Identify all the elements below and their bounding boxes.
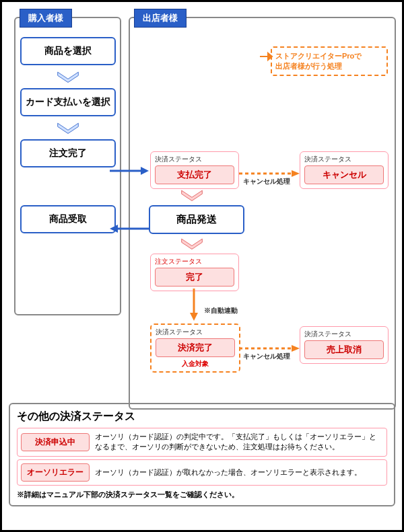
dashed-arrow-icon xyxy=(239,345,300,352)
chevron-down-icon xyxy=(180,189,203,201)
status-title: 決済ステータス xyxy=(304,330,384,339)
status-label: 売上取消 xyxy=(304,340,384,359)
status-order-done: 注文ステータス 完了 xyxy=(150,254,239,291)
status-title: 決済ステータス xyxy=(304,155,384,164)
diagram-page: 購入者様 商品を選択 カード支払いを選択 注文完了 商品受取 出店者様 ストアク… xyxy=(0,0,404,532)
footer-row: 決済申込中 オーソリ（カード認証）の判定中です。「支払完了」もしくは「オーソリエ… xyxy=(17,428,387,457)
seller-header: 出店者様 xyxy=(134,9,187,28)
auto-link-label: ※自動連動 xyxy=(204,306,238,315)
arrow-right-icon xyxy=(110,166,149,176)
chevron-down-icon xyxy=(180,237,203,250)
step-order-complete: 注文完了 xyxy=(20,139,116,167)
step-ship-product: 商品発送 xyxy=(149,205,244,234)
footer-title: その他の決済ステータス xyxy=(17,410,387,424)
seller-column: 出店者様 ストアクリエイターProで 出店者様が行う処理 決済ステータス 支払完… xyxy=(129,17,396,410)
status-tag: 決済申込中 xyxy=(21,433,90,451)
status-label: キャンセル xyxy=(304,165,384,184)
status-label: 決済完了 xyxy=(156,338,235,357)
arrow-right-icon xyxy=(260,52,272,61)
status-cancel: 決済ステータス キャンセル xyxy=(300,151,389,189)
chevron-down-icon xyxy=(57,71,79,83)
cancel-process-label: キャンセル処理 xyxy=(243,352,290,361)
status-sale-cancel: 決済ステータス 売上取消 xyxy=(300,326,389,364)
status-desc: オーソリ（カード認証）が取れなかった場合、オーソリエラーと表示されます。 xyxy=(95,467,362,478)
footer-note: ※詳細はマニュアル下部の決済ステータス一覧をご確認ください。 xyxy=(17,490,387,500)
buyer-header: 購入者様 xyxy=(20,9,72,28)
step-select-product: 商品を選択 xyxy=(20,37,116,65)
status-label: 支払完了 xyxy=(155,165,234,184)
footer-box: その他の決済ステータス 決済申込中 オーソリ（カード認証）の判定中です。「支払完… xyxy=(9,403,395,506)
status-desc: オーソリ（カード認証）の判定中です。「支払完了」もしくは「オーソリエラー」となる… xyxy=(95,432,383,453)
status-title: 決済ステータス xyxy=(155,155,234,164)
footer-row: オーソリエラー オーソリ（カード認証）が取れなかった場合、オーソリエラーと表示さ… xyxy=(17,459,387,486)
status-tag: オーソリエラー xyxy=(21,463,90,482)
status-payment-done: 決済ステータス 支払完了 xyxy=(150,151,239,189)
flow-area: 購入者様 商品を選択 カード支払いを選択 注文完了 商品受取 出店者様 ストアク… xyxy=(9,9,395,399)
legend-box: ストアクリエイターProで 出店者様が行う処理 xyxy=(271,46,388,76)
arrow-down-icon xyxy=(189,289,199,321)
status-label: 完了 xyxy=(155,268,234,287)
buyer-column: 購入者様 商品を選択 カード支払いを選択 注文完了 商品受取 xyxy=(14,17,121,315)
status-title: 注文ステータス xyxy=(155,257,234,266)
arrow-left-icon xyxy=(110,224,149,233)
step-receive-product: 商品受取 xyxy=(20,205,116,233)
status-settle-done: 決済ステータス 決済完了 入金対象 xyxy=(150,324,240,373)
cancel-process-label: キャンセル処理 xyxy=(243,177,290,186)
dashed-arrow-icon xyxy=(239,170,300,177)
chevron-down-icon xyxy=(57,122,79,134)
status-title: 決済ステータス xyxy=(156,328,235,337)
step-select-card: カード支払いを選択 xyxy=(20,88,116,116)
status-note: 入金対象 xyxy=(156,359,235,369)
